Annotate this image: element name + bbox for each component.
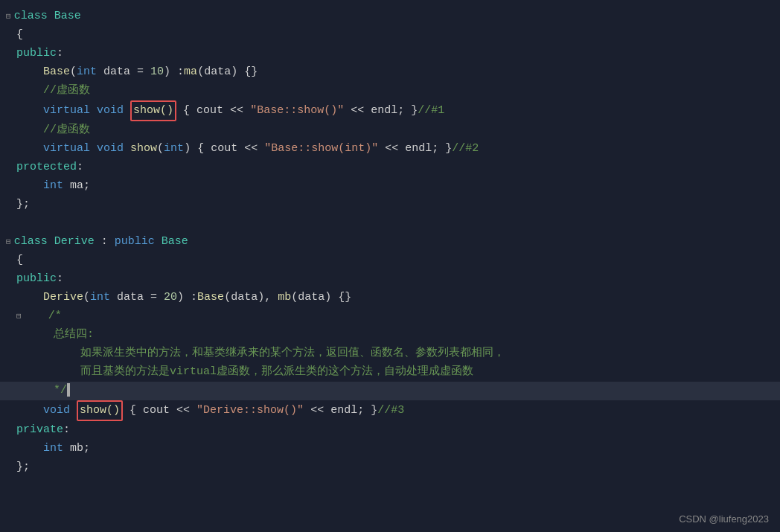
line-10: int ma; [0, 177, 780, 196]
line-17-content: ⊟ /* [6, 307, 62, 326]
line-12 [0, 214, 780, 233]
line-3: public: [0, 45, 780, 63]
line-15-content: public: [6, 270, 63, 289]
line-1: ⊟class Base [0, 7, 780, 26]
line-13: ⊟class Derive : public Base [0, 233, 780, 251]
line-14: { [0, 251, 780, 270]
line-2-content: { [6, 26, 23, 45]
line-18: 总结四: [0, 326, 780, 344]
line-7-content: //虚函数 [6, 121, 90, 140]
line-4-content: Base(int data = 10) :ma(data) {} [6, 63, 258, 82]
show-highlight-2: show() [77, 400, 123, 421]
line-16: Derive(int data = 20) :Base(data), mb(da… [0, 289, 780, 307]
line-8: virtual void show(int) { cout << "Base::… [0, 140, 780, 158]
line-10-content: int ma; [6, 177, 90, 196]
line-15: public: [0, 270, 780, 289]
line-22-content: void show() { cout << "Derive::show()" <… [6, 400, 404, 421]
line-23-content: private: [6, 421, 70, 440]
line-8-content: virtual void show(int) { cout << "Base::… [6, 140, 479, 158]
line-17: ⊟ /* [0, 307, 780, 326]
line-20-content: 而且基类的方法是virtual虚函数，那么派生类的这个方法，自动处理成虚函数 [6, 363, 473, 382]
line-9-content: protected: [6, 158, 83, 177]
line-25: }; [0, 458, 780, 477]
line-1-content: ⊟class Base [6, 7, 81, 26]
line-6: virtual void show() { cout << "Base::sho… [0, 100, 780, 121]
line-7: //虚函数 [0, 121, 780, 140]
line-12-content [6, 214, 13, 233]
line-3-content: public: [6, 45, 63, 63]
line-6-content: virtual void show() { cout << "Base::sho… [6, 100, 444, 121]
line-4: Base(int data = 10) :ma(data) {} [0, 63, 780, 82]
code-editor: ⊟class Base { public: Base(int data = 10… [0, 0, 780, 484]
line-9: protected: [0, 158, 780, 177]
line-24: int mb; [0, 440, 780, 458]
line-5: //虚函数 [0, 82, 780, 100]
line-21-content: */ [6, 382, 70, 400]
line-11-content: }; [6, 196, 30, 214]
line-2: { [0, 26, 780, 45]
line-19-content: 如果派生类中的方法，和基类继承来的某个方法，返回值、函数名、参数列表都相同， [6, 344, 505, 363]
line-16-content: Derive(int data = 20) :Base(data), mb(da… [6, 289, 351, 307]
line-25-content: }; [6, 458, 30, 477]
line-22: void show() { cout << "Derive::show()" <… [0, 400, 780, 421]
line-21: */ [0, 382, 780, 400]
show-highlight-1: show() [130, 100, 176, 121]
line-23: private: [0, 421, 780, 440]
line-11: }; [0, 196, 780, 214]
line-18-content: 总结四: [6, 326, 94, 344]
line-24-content: int mb; [6, 440, 90, 458]
line-20: 而且基类的方法是virtual虚函数，那么派生类的这个方法，自动处理成虚函数 [0, 363, 780, 382]
line-13-content: ⊟class Derive : public Base [6, 233, 188, 251]
line-5-content: //虚函数 [6, 82, 90, 100]
watermark: CSDN @liufeng2023 [679, 513, 769, 525]
line-19: 如果派生类中的方法，和基类继承来的某个方法，返回值、函数名、参数列表都相同， [0, 344, 780, 363]
line-14-content: { [6, 251, 23, 270]
